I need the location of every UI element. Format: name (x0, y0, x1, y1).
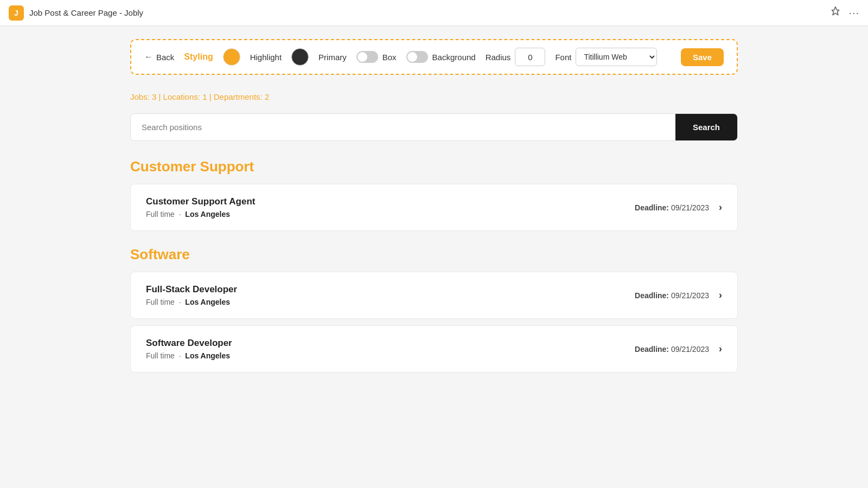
job-card[interactable]: Full-Stack Developer Full time · Los Ang… (130, 272, 738, 319)
job-title: Full-Stack Developer (146, 284, 635, 295)
font-label: Font (555, 53, 571, 62)
job-card[interactable]: Customer Support Agent Full time · Los A… (130, 184, 738, 231)
back-label: Back (156, 53, 174, 62)
back-button[interactable]: ← Back (144, 52, 174, 62)
deadline-label: Deadline: (635, 203, 669, 212)
pin-icon[interactable] (830, 6, 841, 20)
job-info: Customer Support Agent Full time · Los A… (146, 196, 635, 219)
box-toggle[interactable] (356, 51, 378, 63)
job-location: Los Angeles (185, 210, 230, 219)
chevron-right-icon: › (719, 202, 722, 213)
top-bar: J Job Post & Career Page - Jobly ··· (0, 0, 868, 26)
job-deadline: Deadline: 09/21/2023 (635, 291, 709, 300)
primary-color-swatch[interactable] (291, 48, 309, 66)
search-bar: Search (130, 113, 738, 141)
search-button[interactable]: Search (675, 114, 737, 140)
highlight-label: Highlight (250, 53, 282, 62)
job-info: Software Developer Full time · Los Angel… (146, 338, 635, 360)
job-deadline: Deadline: 09/21/2023 (635, 345, 709, 354)
deadline-label: Deadline: (635, 345, 669, 354)
job-card[interactable]: Software Developer Full time · Los Angel… (130, 325, 738, 373)
box-toggle-section: Box (356, 51, 397, 63)
search-input[interactable] (131, 114, 675, 140)
chevron-right-icon: › (719, 290, 722, 301)
job-meta: Full time · Los Angeles (146, 210, 635, 219)
department-title-0: Customer Support (130, 158, 738, 175)
departments-container: Customer Support Customer Support Agent … (130, 158, 738, 373)
stats-text: Jobs: 3 | Locations: 1 | Departments: 2 (130, 92, 269, 101)
job-deadline: Deadline: 09/21/2023 (635, 203, 709, 212)
background-toggle[interactable] (406, 51, 428, 63)
more-icon[interactable]: ··· (848, 7, 859, 19)
main-content: ← Back Styling Highlight Primary Box Bac… (108, 26, 760, 401)
job-title: Software Developer (146, 338, 635, 349)
page-title: Job Post & Career Page - Jobly (29, 8, 143, 17)
back-arrow-icon: ← (144, 52, 153, 62)
deadline-label: Deadline: (635, 291, 669, 300)
styling-toolbar: ← Back Styling Highlight Primary Box Bac… (130, 39, 738, 75)
background-toggle-section: Background (406, 51, 476, 63)
radius-section: Radius (486, 48, 546, 66)
department-title-1: Software (130, 246, 738, 263)
job-meta: Full time · Los Angeles (146, 298, 635, 306)
department-section-1: Software Full-Stack Developer Full time … (130, 246, 738, 373)
job-location: Los Angeles (185, 351, 230, 360)
stats-bar: Jobs: 3 | Locations: 1 | Departments: 2 (130, 92, 738, 101)
logo-text: J (14, 9, 18, 17)
chevron-right-icon: › (719, 343, 722, 355)
font-section: Font Titillium Web Arial Roboto Open San… (555, 48, 657, 66)
box-label: Box (382, 53, 397, 62)
job-title: Customer Support Agent (146, 196, 635, 207)
top-bar-actions: ··· (830, 6, 859, 20)
highlight-color-swatch[interactable] (223, 48, 240, 66)
job-meta: Full time · Los Angeles (146, 351, 635, 360)
radius-label: Radius (486, 53, 511, 62)
job-info: Full-Stack Developer Full time · Los Ang… (146, 284, 635, 306)
background-label: Background (432, 53, 476, 62)
job-location: Los Angeles (185, 298, 230, 306)
save-button[interactable]: Save (681, 48, 724, 66)
radius-input[interactable] (515, 48, 545, 66)
font-select[interactable]: Titillium Web Arial Roboto Open Sans Lat… (576, 48, 657, 66)
app-logo: J (9, 5, 24, 21)
primary-label: Primary (318, 53, 347, 62)
department-section-0: Customer Support Customer Support Agent … (130, 158, 738, 231)
styling-label: Styling (184, 52, 213, 62)
